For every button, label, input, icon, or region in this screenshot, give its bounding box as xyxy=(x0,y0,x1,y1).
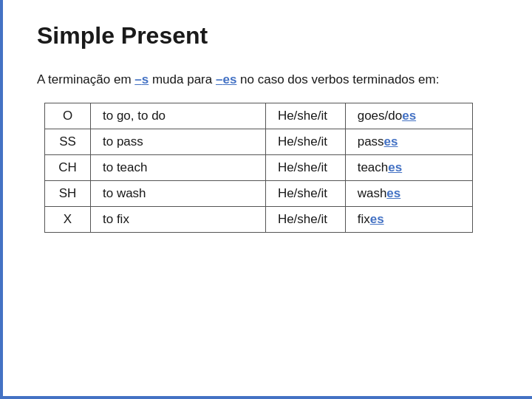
cell-letter: SH xyxy=(45,180,91,206)
main-content: Simple Present A terminação em –s muda p… xyxy=(0,0,532,255)
cell-verb: to pass xyxy=(90,129,265,154)
cell-letter: CH xyxy=(45,154,91,180)
table-row: Xto fixHe/she/itfixes xyxy=(45,206,473,232)
conjugated-es-highlight: es xyxy=(386,186,400,200)
cell-verb: to go, to do xyxy=(90,103,265,129)
cell-pronoun: He/she/it xyxy=(265,103,345,129)
cell-verb: to teach xyxy=(90,154,265,180)
conjugated-base: pass xyxy=(358,134,384,149)
bottom-accent-line xyxy=(0,396,532,399)
page-title: Simple Present xyxy=(37,22,502,50)
conjugated-base: goes/do xyxy=(358,109,403,123)
cell-verb: to fix xyxy=(90,206,265,232)
table-row: SHto washHe/she/itwashes xyxy=(45,180,473,206)
left-accent-border xyxy=(0,0,3,399)
cell-pronoun: He/she/it xyxy=(265,206,345,232)
table-row: SSto passHe/she/itpasses xyxy=(45,129,473,154)
cell-pronoun: He/she/it xyxy=(265,129,345,154)
conjugated-base: wash xyxy=(358,186,387,200)
cell-conjugated: teaches xyxy=(345,154,472,180)
conjugated-es-highlight: es xyxy=(384,134,398,149)
cell-letter: O xyxy=(45,103,91,129)
blue-es-text: –es xyxy=(216,72,236,86)
cell-verb: to wash xyxy=(90,180,265,206)
description-text: A terminação em –s muda para –es no caso… xyxy=(37,70,502,89)
cell-pronoun: He/she/it xyxy=(265,180,345,206)
conjugated-es-highlight: es xyxy=(388,160,402,174)
cell-conjugated: goes/does xyxy=(345,103,472,129)
conjugated-es-highlight: es xyxy=(402,109,416,123)
conjugated-es-highlight: es xyxy=(370,212,384,226)
conjugated-base: fix xyxy=(358,212,370,226)
conjugated-base: teach xyxy=(358,160,389,174)
blue-s-text: –s xyxy=(134,72,149,86)
cell-pronoun: He/she/it xyxy=(265,154,345,180)
cell-letter: SS xyxy=(45,129,91,154)
cell-conjugated: fixes xyxy=(345,206,472,232)
cell-conjugated: passes xyxy=(345,129,472,154)
cell-letter: X xyxy=(45,206,91,232)
cell-conjugated: washes xyxy=(345,180,472,206)
table-row: Oto go, to doHe/she/itgoes/does xyxy=(45,103,473,129)
table-row: CHto teachHe/she/itteaches xyxy=(45,154,473,180)
conjugation-table: Oto go, to doHe/she/itgoes/doesSSto pass… xyxy=(44,103,473,233)
